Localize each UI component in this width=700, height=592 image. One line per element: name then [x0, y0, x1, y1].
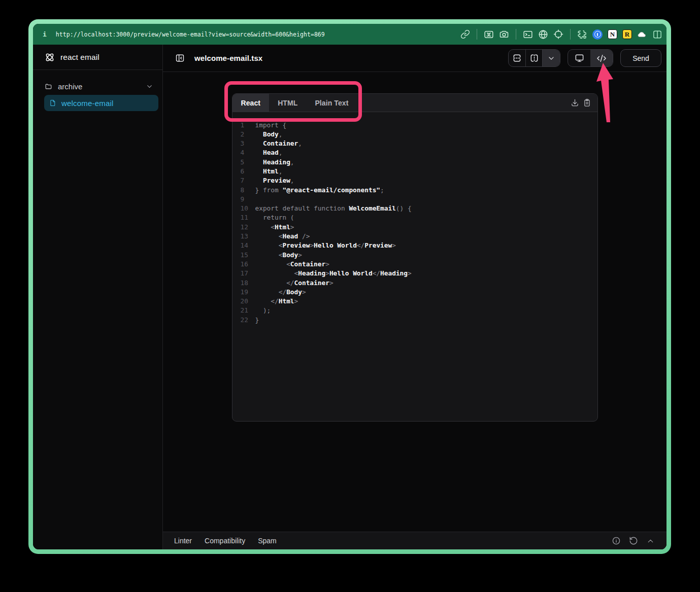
sidebar-item-label: welcome-email	[61, 99, 114, 108]
source-code-button[interactable]	[590, 50, 613, 66]
terminal-extension-icon[interactable]	[523, 29, 533, 40]
tab-plain-text[interactable]: Plain Text	[306, 94, 357, 112]
desktop-preview-button[interactable]	[568, 50, 590, 66]
notion-icon[interactable]: N	[608, 29, 617, 39]
onepassword-icon[interactable]	[592, 29, 603, 40]
browser-window: i http://localhost:3000/preview/welcome-…	[28, 19, 671, 554]
screenshot-extension-icon[interactable]	[484, 29, 494, 40]
tab-html[interactable]: HTML	[269, 94, 306, 112]
code-actions	[570, 94, 597, 112]
page-info-icon[interactable]: i	[43, 30, 47, 38]
code-icon	[596, 53, 607, 63]
sidebar-item-welcome-email[interactable]: welcome-email	[44, 95, 158, 111]
sidebar: react email archive	[33, 45, 163, 549]
folder-label: archive	[58, 82, 82, 91]
browser-toolbar-icons: N R	[460, 29, 662, 40]
resize-width-button[interactable]	[525, 50, 542, 66]
tab-react[interactable]: React	[232, 94, 270, 112]
sidebar-nav: archive welcome-email	[33, 70, 162, 111]
react-email-app: react email archive	[33, 45, 666, 549]
toolbar-divider	[516, 29, 516, 40]
info-icon[interactable]	[612, 536, 621, 545]
folder-icon	[45, 83, 52, 90]
collapse-up-icon[interactable]	[646, 537, 655, 545]
panel-left-close-icon[interactable]	[175, 53, 185, 63]
globe-icon[interactable]	[538, 29, 548, 40]
brand-row: react email	[33, 45, 162, 70]
size-dropdown-button[interactable]	[542, 50, 560, 66]
download-button[interactable]	[570, 96, 580, 110]
chevron-down-icon[interactable]	[146, 83, 153, 90]
copy-link-icon[interactable]	[460, 29, 470, 40]
view-mode-group	[568, 49, 613, 67]
monitor-icon	[575, 53, 584, 63]
footer-icons	[612, 536, 655, 545]
browser-window-inner: i http://localhost:3000/preview/welcome-…	[33, 24, 666, 549]
source-view: React HTML Plain Text	[163, 72, 666, 532]
status-footer: Linter Compatibility Spam	[163, 532, 666, 549]
header-toolbar: Send	[508, 49, 661, 67]
code-panel: React HTML Plain Text	[232, 93, 598, 422]
extensions-puzzle-icon[interactable]	[577, 29, 587, 40]
main-pane: welcome-email.tsx	[163, 45, 666, 549]
r-extension-icon[interactable]: R	[622, 29, 632, 39]
code-editor[interactable]: 1import {2 Body,3 Container,4 Head,5 Hea…	[232, 112, 597, 421]
camera-icon[interactable]	[499, 29, 509, 40]
file-icon	[49, 99, 56, 107]
cloud-icon[interactable]	[637, 29, 647, 40]
page-title: welcome-email.tsx	[194, 54, 262, 62]
toolbar-divider	[570, 29, 571, 40]
crosshair-icon[interactable]	[553, 29, 563, 40]
split-view-icon[interactable]	[652, 29, 662, 40]
onepassword-one-glyph	[597, 33, 598, 36]
resize-control-group	[508, 49, 560, 67]
brand-name: react email	[60, 53, 99, 62]
footer-tab-compatibility[interactable]: Compatibility	[205, 537, 245, 545]
react-email-logo-icon	[44, 52, 55, 63]
footer-tab-linter[interactable]: Linter	[174, 537, 192, 545]
browser-url-bar: i http://localhost:3000/preview/welcome-…	[33, 24, 666, 45]
footer-tab-spam[interactable]: Spam	[258, 537, 277, 545]
resize-height-button[interactable]	[509, 50, 525, 66]
reload-icon[interactable]	[629, 536, 638, 545]
main-header: welcome-email.tsx	[163, 45, 666, 72]
code-tabs: React HTML Plain Text	[232, 94, 597, 112]
sidebar-folder-archive[interactable]: archive	[44, 78, 158, 94]
clipboard-icon	[583, 98, 591, 107]
code-lines: 1import {2 Body,3 Container,4 Head,5 Hea…	[241, 121, 597, 325]
toolbar-divider	[477, 29, 477, 40]
copy-button[interactable]	[582, 96, 592, 110]
send-button[interactable]: Send	[620, 49, 661, 67]
url-text[interactable]: http://localhost:3000/preview/welcome-em…	[56, 31, 325, 38]
